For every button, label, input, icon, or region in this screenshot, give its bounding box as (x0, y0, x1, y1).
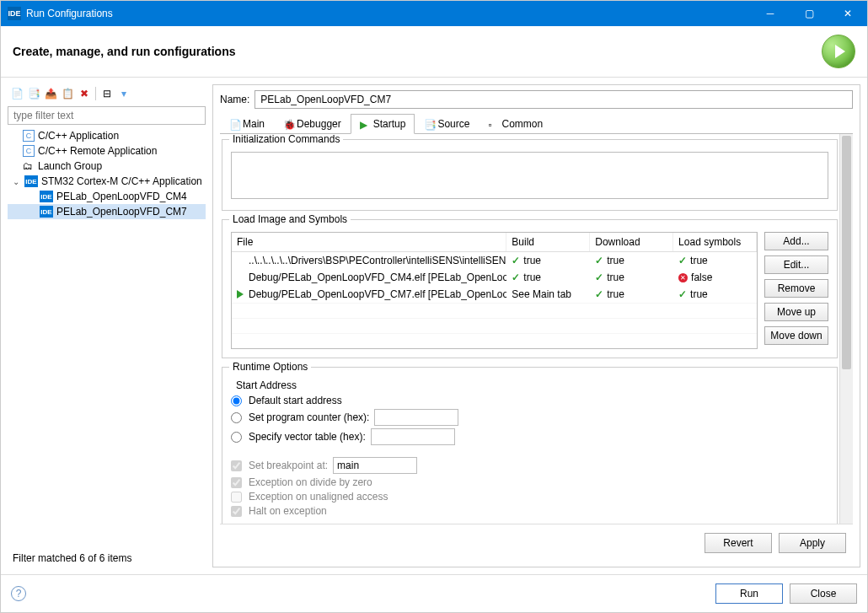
tree-item[interactable]: ⌄IDESTM32 Cortex-M C/C++ Application (8, 174, 206, 189)
delete-icon[interactable]: ✖ (77, 86, 92, 101)
tree-item[interactable]: CC/C++ Remote Application (8, 143, 206, 159)
tree-toolbar: 📄 📑 📤 📋 ✖ ⊟ ▾ (8, 84, 206, 106)
breakpoint-input[interactable] (333, 457, 417, 474)
start-address-label: Start Address (236, 379, 828, 391)
tree-label: C/C++ Remote Application (38, 145, 157, 157)
common-icon: ▫ (488, 119, 498, 129)
radio-default-start[interactable]: Default start address (231, 395, 828, 406)
checkbox-unaligned[interactable]: Exception on unaligned access (231, 491, 828, 503)
initialization-textarea[interactable] (231, 152, 828, 199)
initialization-group: Initialization Commands (222, 139, 838, 211)
empty-row (232, 303, 757, 318)
launch-group-icon: 🗂 (23, 160, 35, 172)
export-icon[interactable]: 📤 (43, 86, 58, 101)
vector-input[interactable] (371, 428, 455, 445)
cell-build: true (523, 255, 541, 266)
tab-label: Common (501, 118, 543, 130)
table-row[interactable]: Debug/PELab_OpenLoopVFD_CM4.elf [PELab_O… (232, 269, 757, 286)
ide-icon: IDE (40, 206, 53, 218)
c-icon: C (23, 130, 35, 142)
tree-label: STM32 Cortex-M C/C++ Application (41, 175, 202, 187)
col-loadsymbols[interactable]: Load symbols (673, 233, 757, 251)
remove-button[interactable]: Remove (764, 279, 828, 298)
scrollbar[interactable] (839, 134, 853, 524)
titlebar: IDE Run Configurations ─ ▢ ✕ (1, 1, 867, 26)
tab-source[interactable]: 📑Source (415, 114, 479, 134)
close-button[interactable]: Close (790, 583, 857, 604)
minimize-button[interactable]: ─ (751, 1, 790, 26)
tab-startup[interactable]: ▶Startup (351, 114, 415, 134)
collapse-icon[interactable]: ⊟ (99, 86, 115, 101)
help-icon[interactable]: ? (11, 586, 26, 601)
tree-item-selected[interactable]: IDEPELab_OpenLoopVFD_CM7 (8, 204, 206, 219)
dialog-header: Create, manage, and run configurations (1, 26, 867, 78)
duplicate-icon[interactable]: 📋 (60, 86, 75, 101)
col-file[interactable]: File (232, 233, 506, 251)
filter-input[interactable] (8, 106, 206, 125)
check-icon: ✓ (595, 288, 603, 300)
check-icon: ✓ (678, 255, 687, 266)
maximize-button[interactable]: ▢ (790, 1, 828, 26)
tree-item[interactable]: 🗂Launch Group (8, 159, 206, 174)
table-row[interactable]: ..\..\..\..\..\Drivers\BSP\PEController\… (232, 252, 757, 269)
col-build[interactable]: Build (506, 233, 590, 251)
play-icon (237, 290, 244, 298)
checkbox-halt[interactable]: Halt on exception (231, 505, 828, 517)
dialog-title: Create, manage, and run configurations (13, 45, 822, 58)
tree-expander[interactable]: ⌄ (11, 177, 21, 186)
table-row[interactable]: Debug/PELab_OpenLoopVFD_CM7.elf [PELab_O… (232, 286, 757, 303)
source-icon: 📑 (424, 119, 434, 129)
run-button[interactable]: Run (715, 583, 783, 604)
check-icon: ✓ (512, 272, 520, 283)
filter-icon[interactable]: ▾ (116, 86, 131, 101)
tab-common[interactable]: ▫Common (479, 114, 552, 134)
revert-button[interactable]: Revert (705, 533, 772, 553)
movedown-button[interactable]: Move down (764, 326, 828, 345)
checkbox-divzero[interactable]: Exception on divide by zero (231, 476, 828, 488)
tree-item[interactable]: IDEPELab_OpenLoopVFD_CM4 (8, 189, 206, 204)
moveup-button[interactable]: Move up (764, 303, 828, 321)
tree-label: C/C++ Application (38, 130, 119, 142)
radio-spec-vector[interactable]: Specify vector table (hex): (231, 428, 828, 445)
tree-item[interactable]: CC/C++ Application (8, 128, 206, 143)
edit-button[interactable]: Edit... (764, 255, 828, 274)
empty-row (232, 333, 757, 348)
cell-build: See Main tab (512, 288, 571, 300)
group-legend: Initialization Commands (229, 134, 343, 145)
tree-label: PELab_OpenLoopVFD_CM4 (56, 191, 187, 202)
new-proto-icon[interactable]: 📑 (26, 86, 41, 101)
tab-debugger[interactable]: 🐞Debugger (274, 114, 351, 134)
pc-input[interactable] (374, 409, 458, 426)
cell-symbols: false (691, 272, 712, 283)
cell-build: true (523, 272, 541, 283)
load-table[interactable]: File Build Download Load symbols ..\..\.… (231, 232, 758, 349)
apply-button[interactable]: Apply (779, 533, 846, 553)
tab-label: Source (437, 118, 469, 130)
empty-row (232, 318, 757, 333)
new-config-icon[interactable]: 📄 (9, 86, 24, 101)
cell-file: ..\..\..\..\..\Drivers\BSP\PEController\… (249, 255, 506, 266)
cell-file: Debug/PELab_OpenLoopVFD_CM4.elf [PELab_O… (249, 272, 506, 283)
col-download[interactable]: Download (590, 233, 673, 251)
check-icon: ✓ (512, 255, 520, 266)
cell-download: true (607, 272, 624, 283)
name-label: Name: (220, 94, 249, 105)
checkbox-set-breakpoint[interactable]: Set breakpoint at: (231, 457, 828, 474)
tab-main[interactable]: 📄Main (220, 114, 274, 134)
ide-icon: IDE (40, 191, 53, 202)
name-input[interactable] (255, 90, 853, 109)
add-button[interactable]: Add... (764, 232, 828, 250)
runtime-group: Runtime Options Start Address Default st… (222, 367, 838, 524)
scrollbar-thumb[interactable] (842, 136, 851, 369)
tree-label: PELab_OpenLoopVFD_CM7 (56, 206, 187, 218)
close-window-button[interactable]: ✕ (828, 1, 867, 26)
group-legend: Runtime Options (229, 361, 311, 373)
tab-label: Debugger (297, 118, 341, 130)
check-icon: ✓ (678, 288, 687, 300)
config-tree[interactable]: CC/C++ Application CC/C++ Remote Applica… (8, 125, 206, 549)
cell-symbols: true (690, 255, 708, 266)
c-icon: C (23, 145, 35, 157)
cell-download: true (607, 288, 624, 300)
radio-set-pc[interactable]: Set program counter (hex): (231, 409, 828, 426)
window-title: Run Configurations (26, 8, 751, 19)
